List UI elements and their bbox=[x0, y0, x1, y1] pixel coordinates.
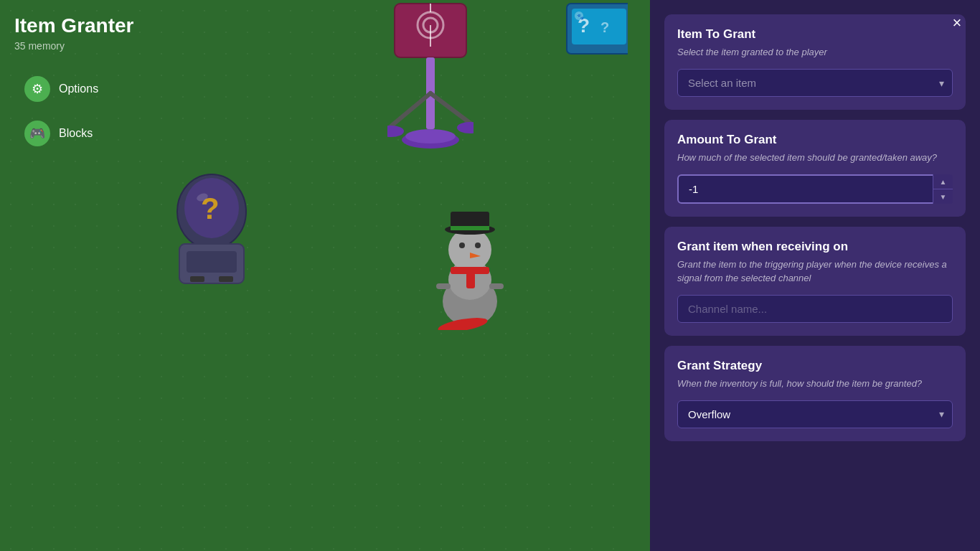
blocks-label: Blocks bbox=[59, 127, 93, 140]
spinner-up-button[interactable]: ▲ bbox=[933, 174, 953, 189]
svg-line-9 bbox=[430, 93, 473, 126]
svg-rect-24 bbox=[219, 276, 233, 282]
svg-text:?: ? bbox=[600, 19, 609, 35]
grant-receiving-desc: Grant the item to the triggering player … bbox=[677, 258, 953, 284]
amount-to-grant-title: Amount To Grant bbox=[677, 133, 953, 147]
amount-input[interactable] bbox=[677, 174, 953, 204]
options-label: Options bbox=[59, 83, 98, 95]
svg-rect-38 bbox=[436, 283, 451, 289]
snowman-sprite bbox=[423, 208, 517, 330]
svg-rect-36 bbox=[466, 273, 475, 288]
item-to-grant-title: Item To Grant bbox=[677, 27, 953, 42]
right-panel: × Item To Grant Select the item granted … bbox=[650, 0, 980, 551]
svg-point-7 bbox=[405, 129, 456, 143]
amount-input-wrapper: ▲ ▼ bbox=[677, 174, 953, 204]
svg-point-32 bbox=[459, 242, 465, 248]
amount-to-grant-section: Amount To Grant How much of the selected… bbox=[664, 120, 966, 217]
svg-point-11 bbox=[457, 122, 473, 133]
svg-point-10 bbox=[387, 126, 404, 137]
nav-options[interactable]: ⚙ Options bbox=[14, 69, 143, 109]
item-to-grant-desc: Select the item granted to the player bbox=[677, 46, 953, 59]
panel-subtitle: 35 memory bbox=[14, 40, 143, 52]
grant-receiving-title: Grant item when receiving on bbox=[677, 240, 953, 254]
grant-receiving-section: Grant item when receiving on Grant the i… bbox=[664, 227, 966, 335]
left-panel: Item Granter 35 memory ⚙ Options 🎮 Block… bbox=[0, 0, 158, 172]
item-select-wrapper: Select an item Slingshot Blaster Shield … bbox=[677, 69, 953, 97]
grant-strategy-title: Grant Strategy bbox=[677, 359, 953, 373]
strategy-select[interactable]: Overflow Replace Don't Grant bbox=[677, 400, 953, 428]
antenna-tower-sprite bbox=[387, 0, 473, 165]
question-machine-sprite: ? bbox=[165, 172, 258, 287]
nav-blocks[interactable]: 🎮 Blocks bbox=[14, 113, 143, 154]
svg-text:🐾: 🐾 bbox=[577, 13, 584, 20]
svg-line-8 bbox=[387, 93, 430, 129]
svg-point-33 bbox=[475, 242, 481, 248]
channel-input[interactable] bbox=[677, 295, 953, 323]
svg-rect-31 bbox=[451, 226, 489, 230]
blocks-icon: 🎮 bbox=[24, 121, 50, 146]
number-spinners: ▲ ▼ bbox=[933, 174, 953, 204]
panel-title: Item Granter bbox=[14, 14, 143, 37]
strategy-select-wrapper: Overflow Replace Don't Grant ▾ bbox=[677, 400, 953, 428]
game-canvas: Item Granter 35 memory ⚙ Options 🎮 Block… bbox=[0, 0, 628, 551]
svg-rect-22 bbox=[187, 251, 237, 273]
item-select[interactable]: Select an item Slingshot Blaster Shield … bbox=[677, 69, 953, 97]
grant-strategy-section: Grant Strategy When the inventory is ful… bbox=[664, 346, 966, 441]
item-to-grant-section: Item To Grant Select the item granted to… bbox=[664, 14, 966, 110]
options-icon: ⚙ bbox=[24, 76, 50, 102]
blue-display-sprite: ? ? 🐾 bbox=[563, 0, 628, 57]
svg-rect-39 bbox=[489, 283, 504, 289]
grant-strategy-desc: When the inventory is full, how should t… bbox=[677, 377, 953, 390]
amount-to-grant-desc: How much of the selected item should be … bbox=[677, 151, 953, 164]
close-button[interactable]: × bbox=[946, 11, 969, 34]
spinner-down-button[interactable]: ▼ bbox=[933, 189, 953, 204]
svg-rect-23 bbox=[190, 276, 204, 282]
